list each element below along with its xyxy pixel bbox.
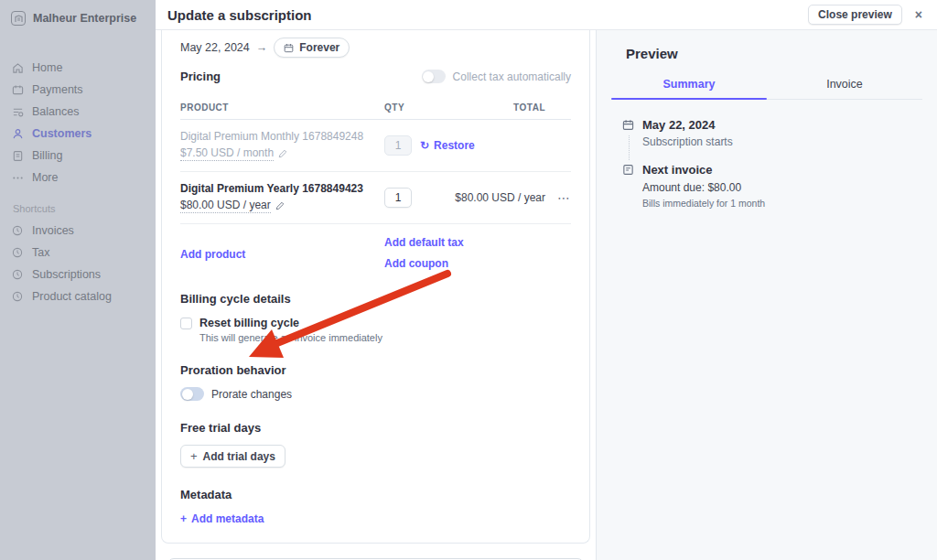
timeline-title: Next invoice [642, 163, 765, 177]
sidebar-item-payments[interactable]: Payments [0, 79, 156, 101]
subscription-editor: May 22, 2024 → Forever Pricing Collect t… [156, 30, 596, 560]
add-default-tax-link[interactable]: Add default tax [384, 236, 464, 249]
col-qty: QTY [384, 102, 463, 113]
col-total: TOTAL [513, 102, 545, 113]
more-icon [11, 171, 24, 184]
sidebar-item-label: Customers [32, 127, 92, 140]
phase-end-label: Forever [299, 41, 339, 54]
sidebar-item-balances[interactable]: Balances [0, 101, 156, 123]
pricing-table: PRODUCT QTY TOTAL Digital Premium Monthl… [180, 97, 571, 272]
org-icon [11, 11, 26, 26]
sidebar-item-subscriptions[interactable]: Subscriptions [0, 264, 156, 285]
clock-icon [11, 290, 24, 303]
reset-billing-checkbox[interactable] [180, 318, 192, 329]
brand-name: Malheur Enterprise [33, 12, 136, 25]
reset-billing-help: This will generate an invoice immediatel… [199, 332, 382, 343]
col-product: PRODUCT [180, 102, 384, 113]
sidebar-item-label: Tax [32, 246, 49, 259]
shortcuts-label: Shortcuts [0, 188, 156, 218]
clock-icon [11, 246, 24, 259]
pencil-icon [275, 201, 285, 210]
pricing-links: Add product Add default tax Add coupon [180, 224, 571, 272]
timeline-item-next-invoice: Next invoice Amount due: $80.00 Bills im… [622, 163, 922, 223]
modal-title: Update a subscription [167, 7, 312, 23]
modal-header: Update a subscription Close preview × [156, 0, 937, 30]
timeline-connector [629, 135, 630, 160]
arrow-right-icon: → [256, 41, 268, 54]
qty-input [384, 135, 412, 156]
account-switcher[interactable]: Malheur Enterprise [0, 0, 156, 37]
close-icon[interactable]: × [911, 7, 926, 22]
pricing-title: Pricing [180, 70, 221, 83]
row-overflow-menu-icon[interactable]: ⋯ [557, 190, 573, 205]
app-root: Malheur Enterprise Home Payments Balance… [0, 0, 937, 560]
add-product-link[interactable]: Add product [180, 248, 245, 261]
sidebar-nav: Home Payments Balances Customers Billing… [0, 57, 156, 188]
update-subscription-modal: Update a subscription Close preview × Ma… [156, 0, 937, 560]
calendar-icon [284, 43, 294, 53]
balances-icon [11, 105, 24, 118]
sidebar-item-label: Payments [32, 83, 83, 96]
preview-title: Preview [611, 46, 922, 61]
calendar-icon [622, 119, 635, 132]
invoice-icon [622, 164, 635, 177]
add-coupon-link[interactable]: Add coupon [384, 257, 448, 270]
billing-icon [11, 149, 24, 162]
collect-tax-toggle[interactable] [422, 70, 446, 83]
collect-tax-label: Collect tax automatically [453, 70, 571, 83]
billing-note: Bills immediately for 1 month [642, 198, 765, 209]
add-metadata-link[interactable]: + Add metadata [180, 512, 264, 525]
sidebar-item-tax[interactable]: Tax [0, 242, 156, 264]
product-price[interactable]: $80.00 USD / year [180, 199, 384, 213]
add-trial-days-button[interactable]: + Add trial days [180, 445, 285, 468]
sidebar-item-label: Billing [32, 149, 62, 162]
sidebar-item-label: Invoices [32, 224, 74, 237]
pricing-table-header: PRODUCT QTY TOTAL [180, 97, 571, 120]
table-row: Digital Premium Yearly 1678849423 $80.00… [180, 172, 571, 224]
sidebar-item-label: Product catalog [32, 290, 112, 303]
metadata-title: Metadata [180, 488, 571, 501]
plus-icon: + [180, 512, 187, 525]
sidebar-item-customers[interactable]: Customers [0, 123, 156, 145]
customers-icon [11, 127, 24, 140]
phase-start-date: May 22, 2024 [180, 41, 250, 54]
billing-cycle-title: Billing cycle details [180, 292, 571, 306]
phase-end-button[interactable]: Forever [274, 38, 350, 58]
tab-summary[interactable]: Summary [611, 78, 767, 99]
product-name: Digital Premium Yearly 1678849423 [180, 182, 384, 195]
home-icon [11, 61, 24, 74]
sidebar-item-billing[interactable]: Billing [0, 145, 156, 167]
product-name: Digital Premium Monthly 1678849248 [180, 130, 384, 143]
table-row: Digital Premium Monthly 1678849248 $7.50… [180, 120, 571, 172]
phase-card: May 22, 2024 → Forever Pricing Collect t… [161, 30, 590, 544]
preview-panel: Preview Summary Invoice May 22, 2024 Sub… [596, 30, 937, 560]
qty-input[interactable] [384, 188, 412, 208]
proration-title: Proration behavior [180, 363, 571, 377]
sidebar-item-label: Balances [32, 105, 79, 118]
sidebar-shortcuts: Invoices Tax Subscriptions Product catal… [0, 220, 156, 307]
payments-icon [11, 83, 24, 96]
sidebar-item-product-catalog[interactable]: Product catalog [0, 285, 156, 307]
restore-icon: ↻ [420, 139, 429, 152]
sidebar-item-more[interactable]: More [0, 167, 156, 188]
restore-link[interactable]: ↻Restore [420, 139, 475, 152]
sidebar-item-label: Subscriptions [32, 268, 101, 281]
close-preview-button[interactable]: Close preview [808, 5, 902, 25]
prorate-label: Prorate changes [211, 388, 292, 401]
sidebar-item-home[interactable]: Home [0, 57, 156, 79]
amount-due: Amount due: $80.00 [642, 181, 765, 194]
product-price[interactable]: $7.50 USD / month [180, 146, 384, 161]
sidebar-item-label: More [32, 171, 58, 184]
timeline-item-start: May 22, 2024 Subscription starts [622, 118, 922, 163]
timeline-subtitle: Subscription starts [642, 135, 733, 148]
sidebar: Malheur Enterprise Home Payments Balance… [0, 0, 156, 560]
preview-tabs: Summary Invoice [611, 78, 922, 100]
pencil-icon [278, 149, 287, 158]
sidebar-item-invoices[interactable]: Invoices [0, 220, 156, 242]
prorate-toggle[interactable] [180, 387, 204, 401]
timeline-date: May 22, 2024 [642, 118, 733, 132]
phase-date-row: May 22, 2024 → Forever [180, 38, 571, 58]
clock-icon [11, 268, 24, 281]
tab-invoice[interactable]: Invoice [767, 78, 922, 99]
clock-icon [11, 224, 24, 237]
